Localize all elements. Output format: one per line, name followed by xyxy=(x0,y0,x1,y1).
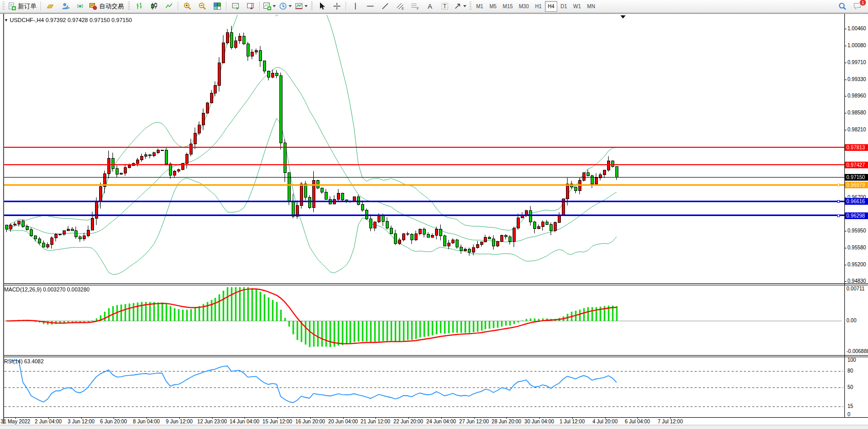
chevron-down-icon xyxy=(305,5,308,7)
text-label-icon: T xyxy=(441,2,449,10)
toolbar-grip[interactable] xyxy=(128,2,130,11)
bar-chart-type-button[interactable] xyxy=(131,1,146,12)
timeframe-m15[interactable]: M15 xyxy=(500,1,516,12)
horizontal-level-line[interactable] xyxy=(4,147,844,148)
search-button[interactable] xyxy=(835,1,850,12)
cursor-tool-button[interactable] xyxy=(314,1,329,12)
price-tick-label: 0.98210 xyxy=(847,127,866,132)
chart-shift-button[interactable] xyxy=(243,1,258,12)
new-order-icon xyxy=(8,2,16,10)
horizontal-level-line[interactable] xyxy=(4,184,844,186)
svg-text:T: T xyxy=(443,3,446,9)
timeframe-h4[interactable]: H4 xyxy=(545,1,558,12)
toolbar-grip[interactable] xyxy=(469,2,471,11)
horizontal-level-line[interactable] xyxy=(4,215,844,216)
vertical-line-tool-button[interactable] xyxy=(348,1,363,12)
toolbar-grip[interactable] xyxy=(3,2,5,11)
rsi-canvas[interactable] xyxy=(4,357,843,416)
line-selection-handle[interactable] xyxy=(837,215,840,217)
time-tick-label: 14 Jun 04:00 xyxy=(230,419,259,424)
mt4-terminal: 新订单 自动交易 xyxy=(0,0,868,429)
zoom-out-button[interactable] xyxy=(195,1,210,12)
add-indicator-button[interactable] xyxy=(261,1,277,12)
template-button[interactable] xyxy=(293,1,309,12)
time-tick-label: 4 Jul 20:00 xyxy=(593,419,618,424)
tile-windows-icon xyxy=(213,2,221,10)
time-tick-label: 7 Jul 12:00 xyxy=(658,419,683,424)
timeframe-m30[interactable]: M30 xyxy=(516,1,532,12)
text-tool-button[interactable]: A xyxy=(422,1,437,12)
trendline-icon xyxy=(381,2,389,10)
timeframe-mn[interactable]: MN xyxy=(584,1,598,12)
periods-button[interactable] xyxy=(277,1,293,12)
time-tick-label: 21 Jun 12:00 xyxy=(361,419,390,424)
macd-tick-label: 0.00 xyxy=(846,318,856,323)
gold-button[interactable] xyxy=(43,1,58,12)
broadcast-icon xyxy=(76,2,84,10)
broadcast-button[interactable] xyxy=(72,1,87,12)
line-chart-icon xyxy=(165,2,173,10)
account-button[interactable] xyxy=(58,1,72,12)
time-tick-label: 2 Jun 04:00 xyxy=(35,419,62,424)
price-level-badge: 0.96979 xyxy=(845,182,868,188)
trendline-tool-button[interactable] xyxy=(378,1,392,12)
price-level-badge: 0.97813 xyxy=(845,144,868,151)
macd-label: MACD(12,26,9) 0.003270 0.003280 xyxy=(4,286,89,292)
template-icon xyxy=(295,2,303,10)
arrows-tool-button[interactable] xyxy=(452,1,468,12)
auto-scroll-button[interactable] xyxy=(228,1,243,12)
rsi-tick-label: 100 xyxy=(847,357,856,363)
panel-separator[interactable] xyxy=(4,283,868,284)
macd-tick-label: 0.00711 xyxy=(846,286,864,291)
channel-tool-button[interactable]: E xyxy=(392,1,407,12)
horizontal-line-icon xyxy=(366,2,374,10)
current-price-line[interactable] xyxy=(4,177,844,178)
crosshair-tool-button[interactable] xyxy=(329,1,344,12)
line-chart-type-button[interactable] xyxy=(161,1,176,12)
fibonacci-tool-button[interactable]: F xyxy=(407,1,422,12)
macd-canvas[interactable] xyxy=(4,285,843,355)
new-order-button[interactable]: 新订单 xyxy=(6,1,39,12)
panel-separator[interactable] xyxy=(4,355,868,356)
panel-separator[interactable] xyxy=(4,285,868,285)
price-tick-label: 0.95200 xyxy=(847,262,866,267)
time-tick-label: 12 Jun 23:00 xyxy=(197,419,227,424)
timeframe-m5[interactable]: M5 xyxy=(486,1,500,12)
line-selection-handle[interactable] xyxy=(837,184,840,186)
toolbar-grip[interactable] xyxy=(311,2,313,11)
tile-windows-button[interactable] xyxy=(210,1,224,12)
auto-trading-button[interactable]: 自动交易 xyxy=(87,1,126,12)
svg-text:F: F xyxy=(417,7,419,10)
horizontal-level-line[interactable] xyxy=(4,201,844,202)
timeframe-m1[interactable]: M1 xyxy=(473,1,486,12)
time-tick-label: 27 Jun 12:00 xyxy=(459,419,489,424)
chevron-down-icon xyxy=(289,5,292,7)
time-tick-label: 22 Jun 20:00 xyxy=(393,419,423,424)
time-tick-label: 6 Jul 04:00 xyxy=(625,419,650,424)
notification-count-badge: 1 xyxy=(859,0,866,6)
time-tick-label: 30 Jun 04:00 xyxy=(524,419,554,424)
text-label-tool-button[interactable]: T xyxy=(437,1,452,12)
price-level-badge: 0.97427 xyxy=(845,162,868,168)
timeframe-w1[interactable]: W1 xyxy=(570,1,584,12)
zoom-in-button[interactable] xyxy=(180,1,195,12)
panel-separator[interactable] xyxy=(4,357,868,357)
line-selection-handle[interactable] xyxy=(837,200,840,203)
price-tick-label: 0.98580 xyxy=(847,110,866,115)
gold-ingot-icon xyxy=(46,2,54,10)
main-chart-canvas[interactable] xyxy=(4,15,843,284)
horizontal-line-tool-button[interactable] xyxy=(363,1,378,12)
chart-shift-marker[interactable] xyxy=(620,15,626,18)
candlestick-icon xyxy=(150,2,158,10)
ohlc-bars-icon xyxy=(135,2,143,10)
search-icon xyxy=(838,2,847,11)
panel-separator[interactable] xyxy=(4,417,868,418)
collapse-triangle-icon[interactable]: ▼ xyxy=(4,18,8,23)
candlestick-type-button[interactable] xyxy=(146,1,161,12)
price-tick-label: 1.00460 xyxy=(847,26,866,31)
new-order-label: 新订单 xyxy=(17,2,37,11)
timeframe-h1[interactable]: H1 xyxy=(532,1,545,12)
notifications-button[interactable]: 1 xyxy=(850,1,865,12)
timeframe-d1[interactable]: D1 xyxy=(557,1,570,12)
horizontal-level-line[interactable] xyxy=(4,164,844,165)
